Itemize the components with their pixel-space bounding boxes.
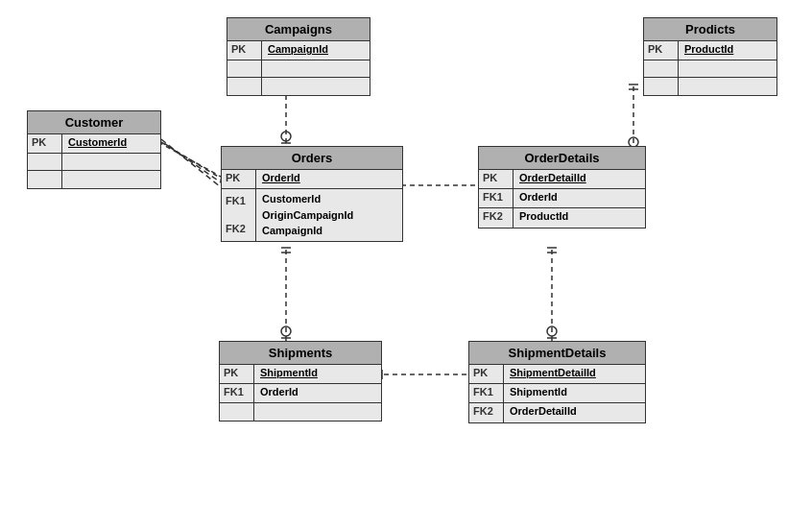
entity-shipmentdetails-row-fk1: FK1 ShipmentId: [469, 384, 645, 403]
customer-id-field: CustomerId: [62, 134, 160, 153]
entity-shipmentdetails-row-fk2: FK2 OrderDetailId: [469, 403, 645, 422]
entity-prodicts-row-2: [644, 60, 776, 78]
entity-shipmentdetails-title: ShipmentDetails: [469, 342, 645, 365]
pk-label: PK: [28, 134, 62, 153]
entity-customer-row-3: [28, 171, 160, 188]
entity-orders: Orders PK OrderId FK1 FK2 CustomerId Ori…: [221, 146, 403, 242]
entity-orders-title: Orders: [222, 147, 402, 170]
entity-shipments-title: Shipments: [220, 342, 381, 365]
entity-campaigns-title: Campaigns: [227, 18, 370, 41]
entity-campaigns-row-1: PK CampaignId: [227, 41, 370, 60]
entity-campaigns-row-2: [227, 60, 370, 78]
entity-campaigns: Campaigns PK CampaignId: [227, 17, 370, 96]
entity-orders-row-fk1: FK1 FK2 CustomerId OriginCampaignId Camp…: [222, 189, 402, 241]
entity-shipmentdetails: ShipmentDetails PK ShipmentDetailId FK1 …: [468, 341, 646, 423]
entity-customer: Customer PK CustomerId: [27, 110, 161, 189]
entity-prodicts-row-3: [644, 78, 776, 95]
entity-shipments: Shipments PK ShipmentId FK1 OrderId: [219, 341, 382, 422]
svg-line-4: [161, 142, 220, 178]
entity-prodicts: Prodicts PK ProductId: [643, 17, 777, 96]
entity-customer-title: Customer: [28, 111, 160, 134]
entity-orderdetails: OrderDetails PK OrderDetailId FK1 OrderI…: [478, 146, 646, 229]
entity-orders-row-pk: PK OrderId: [222, 170, 402, 189]
entity-orderdetails-row-fk2: FK2 ProductId: [479, 208, 645, 228]
svg-point-27: [281, 326, 291, 336]
entity-prodicts-row-1: PK ProductId: [644, 41, 776, 60]
entity-prodicts-title: Prodicts: [644, 18, 776, 41]
entity-shipments-row-pk: PK ShipmentId: [220, 365, 381, 384]
diagram-container: Customer PK CustomerId Campaigns PK Camp…: [0, 0, 812, 506]
entity-campaigns-row-3: [227, 78, 370, 95]
entity-customer-row-2: [28, 154, 160, 171]
svg-line-3: [158, 142, 223, 178]
entity-orderdetails-row-fk1: FK1 OrderId: [479, 189, 645, 208]
svg-line-2: [161, 146, 228, 184]
svg-line-0: [161, 139, 221, 187]
entity-shipmentdetails-row-pk: PK ShipmentDetailId: [469, 365, 645, 384]
entity-shipments-row-fk1: FK1 OrderId: [220, 384, 381, 403]
entity-orderdetails-title: OrderDetails: [479, 147, 645, 170]
svg-point-36: [547, 326, 557, 336]
entity-orderdetails-row-pk: PK OrderDetailId: [479, 170, 645, 189]
entity-customer-row-1: PK CustomerId: [28, 134, 160, 154]
svg-point-11: [281, 132, 291, 141]
entity-shipments-row-empty: [220, 403, 381, 421]
